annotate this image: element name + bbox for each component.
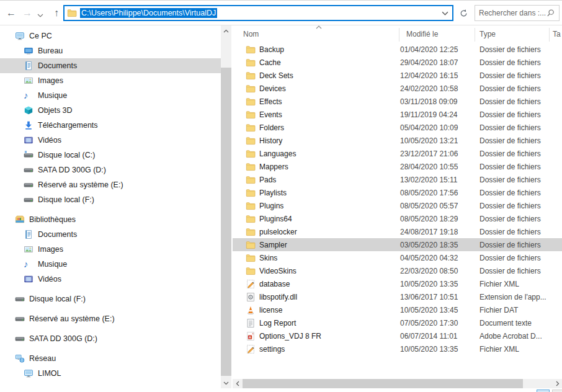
file-row-events[interactable]: Events19/11/2019 04:24Dossier de fichier…: [233, 108, 562, 121]
refresh-button[interactable]: [457, 5, 471, 21]
scroll-up-button[interactable]: [221, 25, 231, 36]
file-row-plugins[interactable]: Plugins08/05/2020 05:57Dossier de fichie…: [233, 199, 562, 212]
file-type: Adobe Acrobat D...: [475, 332, 549, 341]
file-row-videoskins[interactable]: VideoSkins22/03/2020 08:50Dossier de fic…: [233, 264, 562, 277]
scroll-left-button[interactable]: [233, 379, 242, 388]
file-row-database[interactable]: database10/05/2020 13:35Fichier XML: [233, 277, 562, 290]
column-separator[interactable]: [399, 28, 399, 42]
file-row-history[interactable]: History10/05/2020 13:21Dossier de fichie…: [233, 134, 562, 147]
file-name-cell: Log Report: [233, 318, 399, 328]
folder-icon: [246, 266, 256, 276]
file-row-folders[interactable]: Folders05/04/2020 10:09Dossier de fichie…: [233, 121, 562, 134]
sidebar-item-musique[interactable]: ♪Musique: [0, 257, 221, 272]
file-name-cell: pulselocker: [233, 227, 399, 237]
file-row-effects[interactable]: Effects03/11/2018 09:09Dossier de fichie…: [233, 95, 562, 108]
file-row-cache[interactable]: Cache29/04/2020 18:07Dossier de fichiers: [233, 56, 562, 69]
drive-icon: [15, 334, 26, 344]
sidebar-item-bureau[interactable]: Bureau: [0, 43, 221, 58]
sidebar-item-videos[interactable]: Vidéos: [0, 133, 221, 148]
scrollbar-thumb[interactable]: [243, 379, 523, 388]
file-name-cell: Playlists: [233, 188, 399, 198]
sidebar-scrollbar[interactable]: [221, 25, 231, 388]
scroll-right-button[interactable]: [553, 379, 562, 388]
sidebar-item-reserve-au-systeme-e[interactable]: Réservé au système (E:): [0, 177, 221, 192]
scroll-down-button[interactable]: [221, 378, 231, 388]
file-row-sampler[interactable]: Sampler03/05/2020 18:35Dossier de fichie…: [233, 238, 562, 251]
sidebar-item-images[interactable]: Images: [0, 242, 221, 257]
address-bar[interactable]: C:\Users\Philippe\Documents\VirtualDJ: [63, 5, 453, 21]
chevron-left-icon: [236, 381, 239, 386]
column-separator[interactable]: [549, 28, 550, 42]
sidebar-item-bibliotheques[interactable]: Bibliothèques: [0, 212, 221, 227]
sidebar-item-documents[interactable]: Documents: [0, 227, 221, 242]
sidebar-item-disque-local-f[interactable]: Disque local (F:): [0, 292, 221, 306]
column-header-size[interactable]: Ta: [553, 30, 561, 38]
cube-icon: [24, 105, 35, 115]
file-type: Dossier de fichiers: [475, 189, 549, 197]
sidebar-item-sata-dd-300g-d[interactable]: SATA DD 300G (D:): [0, 163, 221, 177]
sidebar-item-ce-pc[interactable]: Ce PC: [0, 29, 221, 43]
scrollbar-thumb[interactable]: [221, 68, 231, 376]
sidebar-item-label: Images: [38, 245, 63, 254]
recent-locations-button[interactable]: [35, 6, 45, 20]
file-row-backup[interactable]: Backup01/04/2020 12:25Dossier de fichier…: [233, 43, 562, 56]
up-button[interactable]: ↑: [49, 6, 64, 20]
thumbnails-view-button[interactable]: [552, 390, 562, 392]
sidebar-item-telechargements[interactable]: Téléchargements: [0, 118, 221, 133]
file-row-mappers[interactable]: Mappers28/04/2020 10:55Dossier de fichie…: [233, 160, 562, 173]
sidebar-item-limol[interactable]: LIMOL: [0, 366, 221, 381]
file-modified: 29/04/2020 18:07: [399, 58, 475, 67]
network-icon: [15, 354, 26, 363]
column-separator[interactable]: [475, 28, 475, 42]
sidebar-item-musique[interactable]: ♪Musique: [0, 88, 221, 103]
back-button[interactable]: ←: [4, 6, 19, 20]
file-type: Fichier XML: [475, 280, 549, 288]
file-name-cell: VideoSkins: [233, 266, 399, 276]
sidebar-item-sata-dd-300g-d[interactable]: SATA DD 300G (D:): [0, 331, 221, 346]
file-modified: 19/11/2019 04:24: [399, 110, 475, 119]
column-header-name[interactable]: Nom: [243, 30, 259, 38]
sidebar-item-label: Disque local (F:): [38, 195, 94, 204]
file-row-plugins64[interactable]: Plugins6408/05/2020 18:29Dossier de fich…: [233, 212, 562, 225]
file-row-devices[interactable]: Devices24/02/2020 10:58Dossier de fichie…: [233, 82, 562, 95]
address-dropdown-button[interactable]: [442, 11, 452, 16]
sidebar-item-disque-local-c[interactable]: Disque local (C:): [0, 148, 221, 163]
search-box[interactable]: Rechercher dans :...: [475, 5, 560, 21]
file-modified: 05/04/2020 10:09: [399, 123, 475, 132]
file-row-playlists[interactable]: Playlists08/05/2020 17:56Dossier de fich…: [233, 186, 562, 199]
horizontal-scrollbar[interactable]: [233, 379, 562, 388]
sort-ascending-icon[interactable]: [316, 25, 322, 29]
sidebar-item-reseau[interactable]: Réseau: [0, 351, 221, 366]
file-name-cell: Cache: [233, 58, 399, 68]
file-modified: 12/04/2020 16:15: [399, 71, 475, 80]
file-modified: 23/12/2017 21:06: [399, 149, 475, 158]
sidebar-item-videos[interactable]: Vidéos: [0, 272, 221, 287]
file-row-options-vdj-8-fr[interactable]: AOptions_VDJ 8 FR06/07/2014 11:01Adobe A…: [233, 329, 562, 342]
file-row-skins[interactable]: Skins04/05/2020 04:32Dossier de fichiers: [233, 251, 562, 264]
file-row-settings[interactable]: settings10/05/2020 13:35Fichier XML: [233, 342, 562, 355]
file-row-license[interactable]: license10/05/2020 13:45Fichier DAT: [233, 303, 562, 316]
sidebar-item-disque-local-f[interactable]: Disque local (F:): [0, 192, 221, 207]
file-name: Effects: [259, 97, 282, 106]
file-row-pads[interactable]: Pads13/02/2020 15:11Dossier de fichiers: [233, 173, 562, 186]
folder-icon: [246, 227, 256, 237]
file-row-libspotify-dll[interactable]: libspotify.dll13/06/2017 10:51Extension …: [233, 290, 562, 303]
drive-windows-icon: [24, 150, 35, 160]
forward-button[interactable]: →: [20, 6, 35, 20]
sidebar-item-reserve-au-systeme-e[interactable]: Réservé au système (E:): [0, 311, 221, 326]
folder-icon: [246, 71, 256, 81]
column-header-type[interactable]: Type: [479, 30, 496, 38]
file-row-pulselocker[interactable]: pulselocker24/08/2017 19:18Dossier de fi…: [233, 225, 562, 238]
computer-icon: [24, 368, 35, 378]
file-name-cell: Languages: [233, 149, 399, 159]
sidebar-item-documents[interactable]: Documents: [0, 58, 221, 73]
column-header-modified[interactable]: Modifié le: [406, 30, 438, 38]
sidebar-item-objets-3d[interactable]: Objets 3D: [0, 103, 221, 118]
file-row-log-report[interactable]: Log Report07/05/2020 17:30Document texte: [233, 316, 562, 329]
details-view-button[interactable]: [537, 390, 550, 392]
address-text[interactable]: C:\Users\Philippe\Documents\VirtualDJ: [80, 8, 217, 18]
file-row-deck-sets[interactable]: Deck Sets12/04/2020 16:15Dossier de fich…: [233, 69, 562, 82]
sidebar-item-images[interactable]: Images: [0, 73, 221, 88]
file-name-cell: Skins: [233, 253, 399, 263]
file-row-languages[interactable]: Languages23/12/2017 21:06Dossier de fich…: [233, 147, 562, 160]
